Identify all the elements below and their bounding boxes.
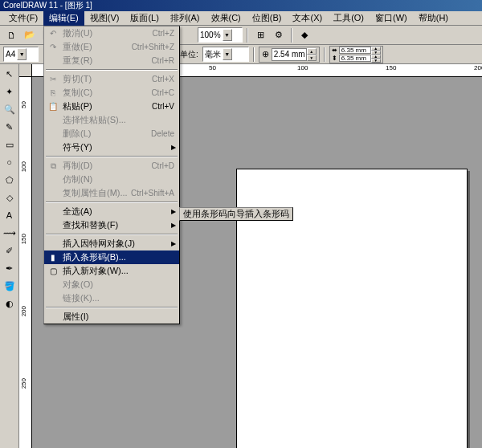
menu-copy-properties[interactable]: 复制属性自(M)...Ctrl+Shift+A — [44, 186, 179, 200]
ruler-label: 250 — [20, 378, 27, 389]
menu-bitmaps[interactable]: 位图(B) — [247, 10, 288, 26]
open-button[interactable]: 📂 — [22, 27, 38, 43]
dupy-spinner[interactable]: ⬍ ▲▼ — [332, 55, 381, 63]
separator — [46, 69, 178, 71]
text-tool[interactable]: A — [2, 207, 18, 223]
unit-combo[interactable]: 毫米 ▼ — [202, 47, 249, 62]
dupx-input[interactable] — [339, 47, 371, 54]
edit-menu-dropdown: ↶撤消(U)Ctrl+Z ↷重做(E)Ctrl+Shift+Z 重复(R)Ctr… — [43, 26, 180, 324]
ruler-label: 50 — [209, 64, 216, 71]
basic-shapes-tool[interactable]: ◇ — [2, 189, 18, 206]
separator — [46, 307, 178, 308]
nudge-input[interactable] — [272, 48, 307, 61]
app-launcher-button[interactable]: ◆ — [296, 27, 312, 43]
shape-tool[interactable]: ✦ — [2, 83, 18, 100]
separator — [324, 47, 325, 62]
dupy-input[interactable] — [339, 55, 371, 62]
fill-tool[interactable]: 🪣 — [2, 278, 18, 294]
menu-arrange[interactable]: 排列(A) — [165, 10, 206, 26]
dupx-icon: ⬌ — [332, 47, 337, 54]
unit-value: 毫米 — [205, 49, 221, 60]
blend-tool[interactable]: ⟿ — [2, 225, 18, 241]
menu-paste[interactable]: 📋粘贴(P)Ctrl+V — [44, 100, 179, 113]
ruler-label: 200 — [20, 306, 27, 316]
copy-icon: ⎘ — [46, 87, 60, 100]
redo-icon: ↷ — [46, 41, 60, 54]
nudge-icon: ⊕ — [262, 49, 269, 59]
menu-file[interactable]: 文件(F) — [3, 10, 43, 26]
up-icon[interactable]: ▲ — [307, 48, 317, 55]
menu-effects[interactable]: 效果(C) — [206, 10, 247, 26]
freehand-tool[interactable]: ✎ — [2, 119, 18, 135]
zoom-tool[interactable]: 🔍 — [2, 101, 18, 117]
dupx-spinner[interactable]: ⬌ ▲▼ — [332, 47, 381, 55]
menu-insert-barcode[interactable]: ▮插入条形码(B)... — [44, 250, 179, 264]
menu-insert-new-object[interactable]: ▢插入新对象(W)... — [44, 264, 179, 278]
duplicate-offset-box: ⬌ ▲▼ ⬍ ▲▼ — [329, 46, 383, 63]
chevron-right-icon: ▶ — [171, 208, 179, 215]
undo-icon: ↶ — [46, 27, 60, 40]
pick-tool[interactable]: ↖ — [2, 66, 18, 82]
menu-insert-internet[interactable]: 插入因特网对象(J)▶ — [44, 237, 179, 250]
interactive-fill-tool[interactable]: ◐ — [2, 295, 18, 312]
chevron-down-icon: ▼ — [17, 48, 27, 60]
ruler-label: 200 — [474, 64, 482, 71]
down-icon[interactable]: ▼ — [307, 55, 317, 61]
menu-cut[interactable]: ✂剪切(T)Ctrl+X — [44, 72, 179, 86]
chevron-right-icon: ▶ — [171, 222, 179, 229]
menu-tools[interactable]: 工具(O) — [328, 10, 370, 26]
down-icon[interactable]: ▼ — [371, 59, 381, 63]
eyedropper-tool[interactable]: ✐ — [2, 242, 18, 259]
menu-paste-special[interactable]: 选择性粘贴(S)... — [44, 113, 179, 127]
unit-label: 单位: — [180, 49, 198, 60]
separator — [46, 156, 178, 157]
paper-combo[interactable]: A4 ▼ — [3, 47, 39, 62]
menu-help[interactable]: 帮助(H) — [413, 10, 454, 26]
chevron-down-icon: ▼ — [223, 29, 232, 41]
menu-window[interactable]: 窗口(W) — [370, 10, 413, 26]
menu-repeat[interactable]: 重复(R)Ctrl+R — [44, 54, 179, 67]
toolbox: ↖ ✦ 🔍 ✎ ▭ ○ ⬠ ◇ A ⟿ ✐ ✒ 🪣 ◐ — [0, 64, 19, 448]
separator — [46, 234, 178, 235]
polygon-tool[interactable]: ⬠ — [2, 172, 18, 188]
titlebar: CorelDRAW 11 - [图形 1] — [0, 0, 482, 11]
rectangle-tool[interactable]: ▭ — [2, 136, 18, 153]
menu-copy[interactable]: ⎘复制(C)Ctrl+C — [44, 86, 179, 100]
menu-find-replace[interactable]: 查找和替换(F)▶ — [44, 218, 179, 232]
menu-clone[interactable]: 仿制(N) — [44, 173, 179, 186]
paper-value: A4 — [6, 50, 15, 59]
options-button[interactable]: ⚙ — [271, 27, 287, 43]
menu-edit[interactable]: 编辑(E) — [43, 10, 84, 26]
ellipse-tool[interactable]: ○ — [2, 154, 18, 170]
menu-undo[interactable]: ↶撤消(U)Ctrl+Z — [44, 26, 179, 40]
new-button[interactable]: 🗋 — [3, 27, 19, 43]
cut-icon: ✂ — [46, 73, 60, 86]
chevron-right-icon: ▶ — [171, 240, 179, 247]
outline-tool[interactable]: ✒ — [2, 260, 18, 276]
menu-redo[interactable]: ↷重做(E)Ctrl+Shift+Z — [44, 40, 179, 54]
object-icon: ▢ — [46, 265, 60, 278]
menu-layout[interactable]: 版面(L) — [125, 10, 164, 26]
ruler-label: 100 — [20, 161, 27, 172]
menubar: 文件(F) 编辑(E) 视图(V) 版面(L) 排列(A) 效果(C) 位图(B… — [0, 11, 482, 26]
snap-button[interactable]: ⊞ — [252, 27, 268, 43]
ruler-label: 100 — [297, 64, 308, 71]
zoom-combo[interactable]: 100% ▼ — [198, 27, 243, 43]
menu-text[interactable]: 文本(X) — [287, 10, 328, 26]
zoom-value: 100% — [200, 31, 221, 39]
chevron-down-icon: ▼ — [223, 48, 232, 60]
barcode-tooltip: 使用条形码向导插入条形码 — [179, 207, 293, 221]
menu-delete[interactable]: 删除(L)Delete — [44, 127, 179, 141]
menu-properties[interactable]: 属性(I) — [44, 310, 179, 324]
menu-links[interactable]: 链接(K)... — [44, 291, 179, 305]
menu-symbol[interactable]: 符号(Y)▶ — [44, 141, 179, 154]
menu-select-all[interactable]: 全选(A)▶ — [44, 205, 179, 218]
tooltip-text: 使用条形码向导插入条形码 — [183, 208, 289, 220]
nudge-spinner[interactable]: ▲▼ — [272, 48, 317, 61]
nudge-box: ⊕ ▲▼ — [259, 47, 320, 63]
separator — [46, 202, 178, 203]
menu-duplicate[interactable]: ⧉再制(D)Ctrl+D — [44, 159, 179, 173]
menu-object[interactable]: 对象(O) — [44, 278, 179, 291]
menu-view[interactable]: 视图(V) — [84, 10, 125, 26]
paste-icon: 📋 — [46, 100, 60, 113]
